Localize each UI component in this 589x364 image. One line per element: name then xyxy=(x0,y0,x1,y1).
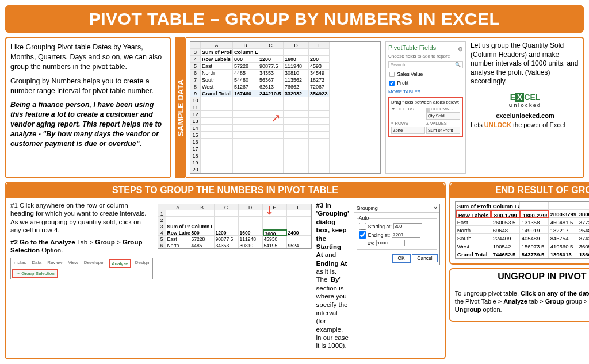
step-1: #1 Click anywhere on the row or column h… xyxy=(10,201,153,235)
step-3: #3 In 'Grouping' dialog box, keep the St… xyxy=(316,201,349,350)
sample-label: SAMPLE DATA xyxy=(175,37,186,178)
end-header: END RESULT OF GROUPING xyxy=(450,183,589,198)
rows-value[interactable]: Zone xyxy=(391,127,425,134)
steps-box: STEPS TO GROUP THE NUMBERS IN PIVOT TABL… xyxy=(5,182,446,359)
row-labels-red: Row Labels xyxy=(456,210,491,218)
rows-area[interactable]: ROWS xyxy=(395,121,408,126)
fields-title: PivotTable Fields xyxy=(388,44,436,51)
ungroup-header: UNGROUP IN PIVOT TABLE xyxy=(450,269,589,284)
step-2: #2 Go to the Analyze Tab > Group > Group… xyxy=(10,238,153,255)
ending-at-checkbox[interactable] xyxy=(359,231,366,239)
filters-area[interactable]: FILTERS xyxy=(397,106,414,112)
col-a: A xyxy=(201,42,233,49)
group-selection-button[interactable]: → Group Selection xyxy=(12,269,58,278)
url: excelunlocked.com xyxy=(471,112,580,120)
selected-cell[interactable]: 2000 xyxy=(263,229,287,236)
title-bar: PIVOT TABLE – GROUP BY NUMBERS IN EXCEL xyxy=(5,5,584,33)
pivot-col-label: Column Labels xyxy=(233,49,258,56)
starting-at-input[interactable] xyxy=(393,223,422,229)
red-arrow-icon: ↗ xyxy=(271,111,281,125)
right-p1: Let us group the Quantity Sold (Column H… xyxy=(471,41,580,86)
sample-data-section: SAMPLE DATA A B C D E 3Sum of ProfitColu… xyxy=(175,37,584,178)
grouping-dialog: Grouping× Auto Starting at: Ending at: B… xyxy=(354,204,440,265)
cancel-button[interactable]: Cancel xyxy=(412,254,437,262)
ribbon-screenshot: mulas Data Review View Developer Analyze… xyxy=(10,258,153,279)
col-d: D xyxy=(284,42,309,49)
chk-sales-value[interactable]: Sales Value xyxy=(388,71,463,78)
by-input[interactable] xyxy=(376,240,405,246)
excel-screenshot: A B C D E 3Sum of ProfitColumn Labels 4R… xyxy=(190,41,381,174)
search-input[interactable]: Search🔍 xyxy=(388,61,463,68)
intro-p2: Grouping by Numbers helps you to create … xyxy=(10,76,166,96)
more-tables-link[interactable]: MORE TABLES... xyxy=(388,89,463,94)
row-labels-hdr: Row Labels xyxy=(201,56,233,63)
ok-button[interactable]: OK xyxy=(392,254,410,263)
close-icon[interactable]: × xyxy=(434,205,437,211)
drag-area: Drag fields between areas below: ▼ FILTE… xyxy=(388,97,463,137)
pivottable-fields-pane: PivotTable Fields ⚙ Choose fields to add… xyxy=(385,41,466,174)
tagline: Lets UNLOCK the power of Excel xyxy=(471,121,580,129)
logo: EXCEL Unlocked xyxy=(471,92,580,109)
starting-at-checkbox[interactable] xyxy=(359,223,366,230)
drag-label: Drag fields between areas below: xyxy=(391,99,460,105)
range-800-1799: 800-1799 xyxy=(491,210,520,218)
fields-subtitle: Choose fields to add to report: xyxy=(388,53,463,59)
mini-excel: ABCDEF 1 2 3Sum of ProfitColumn Labels 4… xyxy=(158,204,312,249)
values-value[interactable]: Sum of Profit xyxy=(426,127,460,134)
pivot-sum-label: Sum of Profit xyxy=(201,49,233,56)
page-title: PIVOT TABLE – GROUP BY NUMBERS IN EXCEL xyxy=(9,9,580,29)
steps-header: STEPS TO GROUP THE NUMBERS IN PIVOT TABL… xyxy=(6,183,445,198)
dialog-title: Grouping xyxy=(357,205,378,211)
col-c: C xyxy=(258,42,284,49)
intro-p3: Being a finance person, I have been usin… xyxy=(10,100,166,148)
range-1800-2799: 1800-2799 xyxy=(520,210,549,218)
search-icon: 🔍 xyxy=(455,62,461,67)
intro-p1: Like Grouping Pivot table Dates by Years… xyxy=(10,43,166,72)
ungroup-box: UNGROUP IN PIVOT TABLE To ungroup pivot … xyxy=(449,268,589,322)
col-b: B xyxy=(233,42,258,49)
right-desc: Let us group the Quantity Sold (Column H… xyxy=(471,41,580,174)
ungroup-text: To ungroup pivot table, Click on any of … xyxy=(455,290,589,313)
ending-at-input[interactable] xyxy=(392,232,420,238)
columns-area[interactable]: COLUMNS xyxy=(431,106,453,112)
chk-profit[interactable]: Profit xyxy=(388,79,463,87)
grand-total-label: Grand Total xyxy=(201,90,233,97)
gear-icon[interactable]: ⚙ xyxy=(458,46,463,52)
values-area[interactable]: VALUES xyxy=(430,121,447,126)
intro-box: Like Grouping Pivot table Dates by Years… xyxy=(5,37,171,178)
end-result-box: END RESULT OF GROUPING Sum of ProfitColu… xyxy=(449,182,589,265)
columns-value[interactable]: Qty Sold xyxy=(426,112,460,120)
col-e: E xyxy=(309,42,330,49)
tab-analyze[interactable]: Analyze xyxy=(109,259,131,268)
